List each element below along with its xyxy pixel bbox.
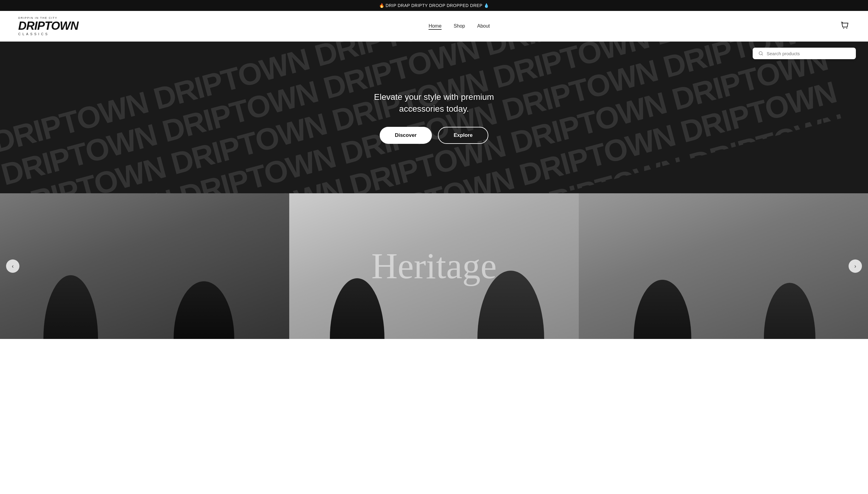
nav-item-about[interactable]: About [477,23,490,29]
nav-item-shop[interactable]: Shop [454,23,465,29]
carousel-section: Heritage ‹ › [0,193,868,339]
cart-button[interactable] [840,21,850,32]
search-box [753,48,856,59]
figure-group [0,193,868,339]
announcement-text: 🔥 DRIP DRAP DRIPTY DROOP DROPPED DREP 💧 [379,3,489,8]
header: Drippin in the city DripTown Classics Ho… [0,11,868,42]
hero-buttons: Discover Explore [358,127,510,144]
svg-point-0 [844,28,844,29]
announcement-bar: 🔥 DRIP DRAP DRIPTY DROOP DROPPED DREP 💧 [0,0,868,11]
search-icon [758,51,763,56]
logo-suffix: Classics [18,32,49,36]
figure-5 [634,221,691,339]
search-input[interactable] [767,51,850,56]
nav: Home Shop About [429,23,490,29]
hero-section: DRIPTOWN DRIPTOWN DRIPTOWN DRIPTOWN DRIP… [0,42,868,193]
figure-4 [477,203,544,339]
hero-tagline: Elevate your style with premium accessor… [358,91,510,115]
nav-link-home[interactable]: Home [429,23,441,30]
discover-button[interactable]: Discover [380,127,432,144]
figure-2 [174,224,234,339]
figure-6 [764,227,815,339]
figure-1 [43,211,98,339]
svg-point-1 [846,28,847,29]
logo-subtitle: Drippin in the city [18,16,57,19]
logo[interactable]: Drippin in the city DripTown Classics [18,16,78,36]
hero-content: Elevate your style with premium accessor… [352,73,516,162]
search-overlay [753,48,856,59]
nav-link-about[interactable]: About [477,23,490,28]
carousel-prev-button[interactable]: ‹ [6,260,19,273]
explore-button[interactable]: Explore [438,127,488,144]
logo-main: DripTown [18,20,78,32]
figure-3 [330,217,384,339]
nav-item-home[interactable]: Home [429,23,441,29]
carousel-next-button[interactable]: › [849,260,862,273]
nav-link-shop[interactable]: Shop [454,23,465,28]
cart-icon [840,21,850,30]
